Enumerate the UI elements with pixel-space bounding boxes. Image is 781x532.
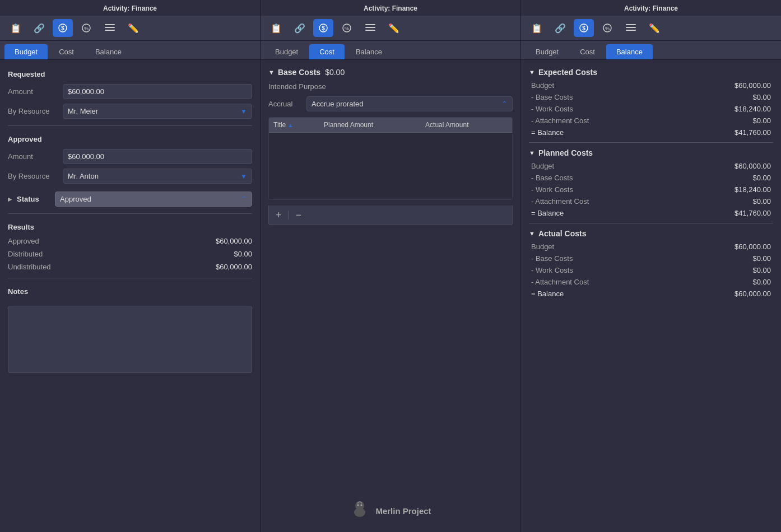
planned-costs-section: ▼ Planned Costs Budget $60,000.00 - Base… xyxy=(529,148,773,217)
toolbar-link-btn-3[interactable]: 🔗 xyxy=(550,19,570,37)
approved-amount-label: Amount xyxy=(8,152,58,161)
expected-costs-collapse-icon[interactable]: ▼ xyxy=(529,69,535,76)
tab-budget-2[interactable]: Budget xyxy=(265,44,308,59)
tab-budget-1[interactable]: Budget xyxy=(4,44,48,59)
panel-cost-header: Activity: Finance xyxy=(261,0,520,16)
approved-amount-value[interactable]: $60,000.00 xyxy=(63,149,252,164)
planned-work-costs-label: - Work Costs xyxy=(531,185,573,194)
panel-balance-header: Activity: Finance xyxy=(521,0,781,16)
divider-2 xyxy=(8,213,252,214)
panel-cost-content: ▼ Base Costs $0.00 Intended Purpose Accr… xyxy=(261,60,520,490)
header-prefix-2: Activity: xyxy=(364,4,392,12)
tab-balance-1[interactable]: Balance xyxy=(85,44,132,59)
toolbar-link-btn-1[interactable]: 🔗 xyxy=(29,19,49,37)
notes-textarea[interactable] xyxy=(8,306,252,373)
svg-rect-13 xyxy=(365,27,375,28)
svg-rect-6 xyxy=(105,30,115,31)
actual-costs-collapse-icon[interactable]: ▼ xyxy=(529,230,535,237)
table-add-btn[interactable]: + xyxy=(273,209,284,221)
toolbar-edit-btn-1[interactable]: ✏️ xyxy=(123,19,143,37)
col-actual-amount[interactable]: Actual Amount xyxy=(421,118,512,133)
expected-base-costs-row: - Base Costs $0.00 xyxy=(529,93,773,101)
toolbar-list-btn-1[interactable] xyxy=(100,19,120,37)
toolbar-percent-btn-3[interactable]: % xyxy=(597,19,617,37)
accrual-label: Accrual xyxy=(268,100,302,108)
approved-resource-chevron: ▼ xyxy=(240,172,247,180)
toolbar-list-btn-2[interactable] xyxy=(360,19,380,37)
toolbar-clipboard-btn-2[interactable]: 📋 xyxy=(266,19,286,37)
results-distributed-label: Distributed xyxy=(8,250,43,258)
approved-section-label: Approved xyxy=(8,135,252,143)
requested-amount-row: Amount $60,000.00 xyxy=(8,84,252,99)
balance-divider-1 xyxy=(529,142,773,143)
requested-resource-dropdown[interactable]: Mr. Meier ▼ xyxy=(63,104,252,119)
svg-text:%: % xyxy=(345,26,349,31)
approved-resource-dropdown[interactable]: Mr. Anton ▼ xyxy=(63,169,252,184)
tab-cost-3[interactable]: Cost xyxy=(570,44,605,59)
expected-work-costs-value: $18,240.00 xyxy=(734,105,771,113)
planned-costs-collapse-icon[interactable]: ▼ xyxy=(529,150,535,156)
toolbar-edit-btn-3[interactable]: ✏️ xyxy=(644,19,664,37)
toolbar-list-btn-3[interactable] xyxy=(621,19,641,37)
tab-cost-2[interactable]: Cost xyxy=(309,44,345,59)
toolbar-edit-btn-2[interactable]: ✏️ xyxy=(384,19,404,37)
accrual-chevron: ⌃ xyxy=(501,100,508,108)
toolbar-dollar-btn-1[interactable]: $ xyxy=(53,19,73,37)
expected-budget-value: $60,000.00 xyxy=(734,81,771,90)
planned-base-costs-value: $0.00 xyxy=(752,174,771,182)
accrual-dropdown[interactable]: Accrue prorated ⌃ xyxy=(306,96,513,111)
base-costs-header: ▼ Base Costs $0.00 xyxy=(268,68,513,77)
toolbar-clipboard-btn-1[interactable]: 📋 xyxy=(6,19,26,37)
svg-rect-4 xyxy=(105,24,115,25)
actual-budget-value: $60,000.00 xyxy=(734,242,771,251)
approved-amount-row: Amount $60,000.00 xyxy=(8,149,252,164)
results-undistributed-row: Undistributed $60,000.00 xyxy=(8,263,252,271)
approved-resource-label: By Resource xyxy=(8,172,58,180)
requested-section-label: Requested xyxy=(8,70,252,78)
planned-base-costs-label: - Base Costs xyxy=(531,174,573,182)
col-title[interactable]: Title ▲ xyxy=(269,118,319,133)
expected-attachment-value: $0.00 xyxy=(752,116,771,125)
expected-balance-row: = Balance $41,760.00 xyxy=(529,128,773,137)
status-dropdown[interactable]: Approved ⌃ xyxy=(55,192,252,207)
planned-balance-row: = Balance $41,760.00 xyxy=(529,209,773,217)
svg-point-18 xyxy=(361,505,362,506)
toolbar-percent-btn-1[interactable]: % xyxy=(76,19,96,37)
requested-resource-row: By Resource Mr. Meier ▼ xyxy=(8,104,252,119)
actual-base-costs-value: $0.00 xyxy=(752,254,771,263)
requested-amount-value[interactable]: $60,000.00 xyxy=(63,84,252,99)
base-costs-collapse-icon[interactable]: ▼ xyxy=(268,69,275,76)
expected-attachment-row: - Attachment Cost $0.00 xyxy=(529,116,773,125)
tab-cost-1[interactable]: Cost xyxy=(49,44,84,59)
planned-attachment-row: - Attachment Cost $0.00 xyxy=(529,197,773,206)
tab-budget-3[interactable]: Budget xyxy=(526,44,569,59)
tab-balance-2[interactable]: Balance xyxy=(346,44,392,59)
requested-resource-label: By Resource xyxy=(8,107,58,115)
divider-3 xyxy=(8,278,252,278)
tab-balance-3[interactable]: Balance xyxy=(606,44,653,59)
table-remove-btn[interactable]: − xyxy=(294,209,304,221)
status-row: ▶ Status Approved ⌃ xyxy=(8,192,252,207)
svg-text:%: % xyxy=(605,26,610,31)
planned-attachment-value: $0.00 xyxy=(752,197,771,206)
planned-costs-header: ▼ Planned Costs xyxy=(529,148,773,157)
results-distributed-row: Distributed $0.00 xyxy=(8,250,252,258)
actual-base-costs-label: - Base Costs xyxy=(531,254,573,263)
planned-work-costs-row: - Work Costs $18,240.00 xyxy=(529,185,773,194)
toolbar-link-btn-2[interactable]: 🔗 xyxy=(290,19,310,37)
svg-text:%: % xyxy=(84,26,89,31)
toolbar-percent-btn-2[interactable]: % xyxy=(337,19,357,37)
base-costs-title: Base Costs xyxy=(278,68,320,77)
toolbar-clipboard-btn-3[interactable]: 📋 xyxy=(527,19,547,37)
notes-section-label: Notes xyxy=(8,287,252,296)
expected-base-costs-value: $0.00 xyxy=(752,93,771,101)
col-planned-amount[interactable]: Planned Amount xyxy=(319,118,421,133)
toolbar-1: 📋 🔗 $ % xyxy=(0,16,260,41)
actual-balance-row: = Balance $60,000.00 xyxy=(529,290,773,298)
svg-point-16 xyxy=(355,501,364,510)
toolbar-dollar-btn-3[interactable]: $ xyxy=(574,19,594,37)
toolbar-dollar-btn-2[interactable]: $ xyxy=(313,19,333,37)
expected-costs-header: ▼ Expected Costs xyxy=(529,68,773,77)
status-collapse-icon[interactable]: ▶ xyxy=(8,196,12,202)
svg-rect-5 xyxy=(105,27,115,28)
